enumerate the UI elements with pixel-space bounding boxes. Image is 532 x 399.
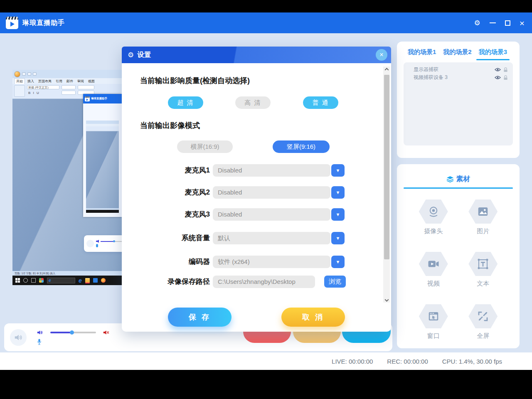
office-button-icon <box>14 71 20 77</box>
clipboard-group <box>14 85 25 97</box>
quality-option-uhd[interactable]: 超 清 <box>168 96 203 109</box>
mic2-label: 麦克风2 <box>139 186 210 199</box>
hexagon-tile <box>419 252 448 276</box>
scrollbar-thumb[interactable] <box>384 75 389 259</box>
material-webcam[interactable]: 摄像头 <box>419 200 448 235</box>
hexagon-tile <box>419 304 448 328</box>
mic1-dropdown-button[interactable]: ▼ <box>331 164 345 177</box>
word-ribbon-tabs: 开始 插入 页面布局 引用 邮件 审阅 视图 <box>12 78 122 84</box>
lock-icon[interactable] <box>503 75 508 80</box>
volume-slider-thumb[interactable] <box>70 330 74 335</box>
explorer-icon <box>85 278 90 283</box>
materials-panel: 素材 摄像头 <box>397 164 520 348</box>
app-window: 琳琅直播助手 ⚙ × 开始 插入 <box>0 12 532 370</box>
mute-icon[interactable] <box>103 329 110 336</box>
hexagon-tile <box>468 200 498 224</box>
material-fullscreen[interactable]: 全屏 <box>468 304 498 340</box>
material-image[interactable]: 图片 <box>468 200 498 235</box>
source-name: 视频捕获设备 3 <box>414 74 448 81</box>
source-row-video-capture[interactable]: 视频捕获设备 3 <box>414 74 508 81</box>
encoder-field[interactable]: 软件 (x264) <box>213 256 330 268</box>
nested-app-logo-icon <box>85 96 90 101</box>
scroll-up-icon[interactable] <box>383 67 390 73</box>
hexagon-tile <box>468 252 498 276</box>
scene-tabs: 我的场景1 我的场景2 我的场景3 <box>397 42 520 60</box>
webcam-icon <box>427 205 440 218</box>
sources-list: 显示器捕获 视频捕获设备 <box>404 62 513 145</box>
dialog-title: 设置 <box>137 51 151 59</box>
mode-option-landscape[interactable]: 横屏(16:9) <box>177 140 233 153</box>
window-icon <box>427 310 440 323</box>
tab-scene-1[interactable]: 我的场景1 <box>408 48 436 60</box>
eye-icon[interactable] <box>495 75 501 80</box>
screenshot-stage: 琳琅直播助手 ⚙ × 开始 插入 <box>0 0 532 399</box>
quality-option-normal[interactable]: 普 通 <box>303 96 338 109</box>
mic2-dropdown-button[interactable]: ▼ <box>331 186 345 199</box>
speaker-circle-icon[interactable] <box>10 329 27 346</box>
dialog-scrollbar[interactable] <box>383 66 390 303</box>
material-video[interactable]: 视频 <box>419 252 448 288</box>
title-bar: 琳琅直播助手 ⚙ × <box>0 12 532 33</box>
encoder-dropdown-button[interactable]: ▼ <box>331 256 345 268</box>
close-button[interactable]: × <box>520 19 525 27</box>
browse-button[interactable]: 浏览 <box>324 276 346 288</box>
cpu-fps: CPU: 1.4%, 30.00 fps <box>442 358 502 365</box>
mic1-field[interactable]: Disabled <box>213 164 330 177</box>
video-icon <box>427 258 440 270</box>
materials-grid: 摄像头 图片 <box>397 189 520 340</box>
taskbar-search-box: e <box>47 278 75 283</box>
speaker-icon <box>14 333 23 342</box>
word-quick-access-bar <box>12 70 122 78</box>
cancel-button[interactable]: 取 消 <box>281 308 345 327</box>
app-title: 琳琅直播助手 <box>22 19 65 27</box>
mic2-field[interactable]: Disabled <box>213 186 330 199</box>
taskbar-app-icon <box>39 278 44 283</box>
tab-scene-2[interactable]: 我的场景2 <box>443 48 471 60</box>
microphone-icon[interactable] <box>37 338 42 345</box>
store-icon <box>93 278 98 283</box>
start-icon <box>15 278 20 283</box>
material-window[interactable]: 窗口 <box>419 304 448 340</box>
material-text[interactable]: 文本 <box>468 252 498 288</box>
gear-icon[interactable]: ⚙ <box>474 20 480 27</box>
nested-capture <box>86 121 119 213</box>
save-button[interactable]: 保 存 <box>168 308 232 327</box>
speaker-small-icon[interactable] <box>37 329 44 336</box>
eye-icon[interactable] <box>495 67 501 72</box>
source-row-display-capture[interactable]: 显示器捕获 <box>414 66 508 74</box>
volume-slider[interactable] <box>50 332 96 333</box>
cortana-icon <box>23 278 28 283</box>
image-icon <box>477 205 489 218</box>
quality-option-hd[interactable]: 高 清 <box>235 96 271 109</box>
maximize-button[interactable] <box>505 20 510 26</box>
lock-icon[interactable] <box>503 67 508 72</box>
windows-taskbar: e e <box>12 276 122 285</box>
minimize-button[interactable] <box>490 22 496 24</box>
hexagon-tile <box>468 304 498 328</box>
scenes-panel: 我的场景1 我的场景2 我的场景3 显示器捕获 <box>397 42 520 158</box>
settings-dialog: ⚙ 设置 × 当前输出影响质量(检测自动选择) 超 清 高 清 普 通 当前输出… <box>122 47 391 332</box>
edge-icon: e <box>79 278 82 283</box>
system-volume-field[interactable]: 默认 <box>213 232 330 244</box>
mic3-field[interactable]: Disabled <box>213 208 330 221</box>
main-content: 开始 插入 页面布局 引用 邮件 审阅 视图 宋体 (中文正文) B I U <box>0 33 532 352</box>
window-controls: ⚙ × <box>457 19 526 27</box>
system-volume-dropdown-button[interactable]: ▼ <box>331 232 345 244</box>
status-bar: LIVE: 00:00:00 REC: 00:00:00 CPU: 1.4%, … <box>0 352 532 370</box>
mic1-label: 麦克风1 <box>139 164 210 177</box>
live-time: LIVE: 00:00:00 <box>332 358 373 365</box>
mic3-label: 麦克风3 <box>139 208 210 221</box>
menu-icon[interactable] <box>457 20 465 26</box>
tab-scene-3[interactable]: 我的场景3 <box>479 48 507 60</box>
dialog-header: ⚙ 设置 <box>122 47 391 63</box>
dialog-close-button[interactable]: × <box>376 49 387 61</box>
mic3-dropdown-button[interactable]: ▼ <box>331 208 345 221</box>
captured-screen-preview: 开始 插入 页面布局 引用 邮件 审阅 视图 宋体 (中文正文) B I U <box>12 70 122 285</box>
mode-option-portrait[interactable]: 竖屏(9:16) <box>273 140 330 153</box>
materials-title: 素材 <box>456 174 470 184</box>
app-logo-icon <box>6 17 18 29</box>
save-path-field[interactable]: C:\Users\zhnangby\Desktop <box>213 276 315 288</box>
firefox-icon <box>101 278 106 283</box>
scroll-down-icon[interactable] <box>383 296 390 302</box>
hexagon-tile <box>419 200 448 224</box>
